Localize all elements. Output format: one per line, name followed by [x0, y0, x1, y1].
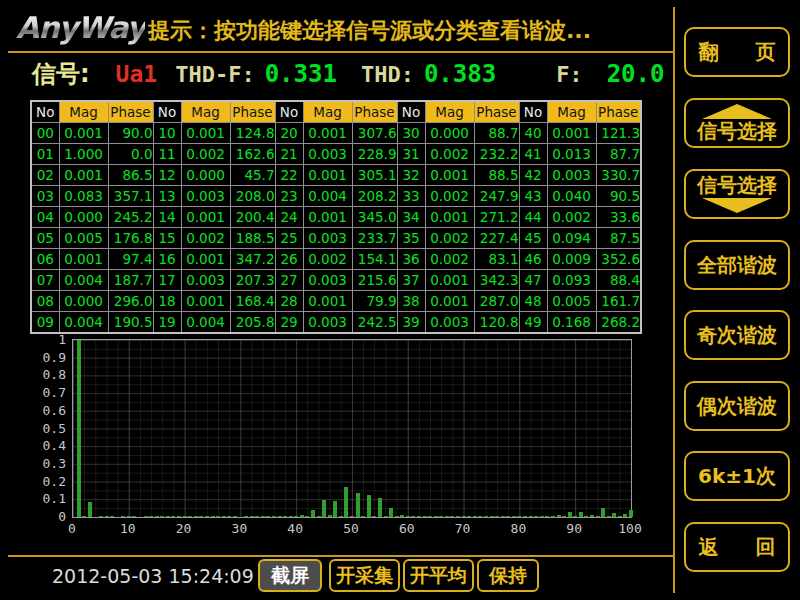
harmonic-bar	[144, 516, 148, 517]
harmonic-bar	[227, 516, 231, 517]
harmonics-plot	[72, 339, 632, 518]
sidebar-button-3[interactable]: 全部谐波	[684, 240, 790, 290]
sidebar-button-4[interactable]: 奇次谐波	[684, 310, 790, 360]
sidebar-button-0[interactable]: 翻 页	[684, 27, 790, 77]
table-row: 040.000245.2140.001200.4240.001345.0340.…	[31, 207, 641, 228]
harmonic-bar	[82, 516, 86, 517]
cell-mag: 0.013	[547, 144, 596, 165]
harmonic-bar	[188, 516, 192, 517]
harmonic-bar	[333, 501, 337, 517]
titlebar-divider	[8, 51, 674, 53]
cell-phase: 245.2	[108, 207, 153, 228]
harmonic-bar	[294, 516, 298, 517]
x-axis-tick: 10	[108, 521, 148, 536]
harmonic-bar	[596, 516, 600, 517]
cell-no: 19	[153, 312, 181, 334]
sidebar-button-6[interactable]: 6k±1次	[684, 451, 790, 501]
harmonic-bar	[160, 516, 164, 517]
sidebar-divider	[673, 7, 675, 593]
cell-phase: 97.4	[108, 249, 153, 270]
cell-mag: 0.005	[59, 228, 108, 249]
bottom-button-0[interactable]: 截屏	[258, 559, 322, 592]
harmonic-bar	[99, 516, 103, 517]
hint-text: 提示：按功能键选择信号源或分类查看谐波...	[148, 16, 591, 46]
col-header-phase: Phase	[230, 101, 275, 123]
cell-mag: 0.001	[425, 270, 474, 291]
harmonic-bar	[77, 340, 81, 517]
harmonic-bar	[439, 516, 443, 517]
harmonic-bar	[110, 516, 114, 517]
cell-no: 18	[153, 291, 181, 312]
cell-mag: 0.001	[181, 291, 230, 312]
cell-no: 17	[153, 270, 181, 291]
sidebar-button-1[interactable]: 信号选择	[684, 98, 790, 148]
cell-phase: 296.0	[108, 291, 153, 312]
sidebar-button-5[interactable]: 偶次谐波	[684, 381, 790, 431]
harmonic-bar	[456, 516, 460, 517]
cell-mag: 0.004	[181, 312, 230, 334]
y-axis-tick: 0.5	[30, 421, 66, 436]
harmonic-bar	[545, 516, 549, 517]
harmonic-bar	[233, 516, 237, 517]
cell-mag: 0.002	[425, 186, 474, 207]
bottom-button-3[interactable]: 保持	[477, 559, 539, 592]
harmonic-bar	[272, 516, 276, 517]
y-axis-tick: 0.9	[30, 350, 66, 365]
col-header-no: No	[275, 101, 303, 123]
cell-no: 11	[153, 144, 181, 165]
harmonic-bar	[495, 516, 499, 517]
cell-phase: 347.2	[230, 249, 275, 270]
cell-mag: 0.000	[425, 123, 474, 144]
harmonic-bar	[356, 493, 360, 517]
cell-mag: 0.003	[303, 312, 352, 334]
harmonic-bar	[300, 515, 304, 517]
signal-value: Ua1	[116, 61, 158, 87]
harmonic-bar	[389, 508, 393, 517]
harmonic-bar	[445, 516, 449, 517]
cell-no: 46	[519, 249, 547, 270]
y-axis-tick: 0.2	[30, 474, 66, 489]
cell-mag: 0.003	[303, 270, 352, 291]
up-triangle-icon	[702, 104, 772, 119]
sidebar-button-2[interactable]: 信号选择	[684, 169, 790, 219]
cell-no: 09	[31, 312, 59, 334]
table-row: 020.00186.5120.00045.7220.001305.1320.00…	[31, 165, 641, 186]
thdf-value: 0.331	[265, 60, 337, 88]
cell-phase: 207.3	[230, 270, 275, 291]
harmonic-bar	[177, 516, 181, 517]
cell-mag: 0.093	[547, 270, 596, 291]
cell-phase: 154.1	[352, 249, 397, 270]
table-row: 050.005176.8150.002188.5250.003233.7350.…	[31, 228, 641, 249]
harmonic-bar	[384, 516, 388, 517]
x-axis-tick: 50	[331, 521, 371, 536]
cell-mag: 0.083	[59, 186, 108, 207]
bottom-button-1[interactable]: 开采集	[329, 559, 400, 592]
harmonic-bar	[434, 516, 438, 517]
harmonic-bar	[540, 516, 544, 517]
col-header-no: No	[519, 101, 547, 123]
cell-phase: 305.1	[352, 165, 397, 186]
harmonic-bar	[378, 498, 382, 517]
harmonic-bar	[278, 516, 282, 517]
bottom-button-2[interactable]: 开平均	[403, 559, 474, 592]
table-row: 060.00197.4160.001347.2260.002154.1360.0…	[31, 249, 641, 270]
cell-phase: 205.8	[230, 312, 275, 334]
cell-no: 32	[397, 165, 425, 186]
harmonic-bar	[211, 516, 215, 517]
harmonic-bar	[367, 495, 371, 517]
sidebar-button-7[interactable]: 返 回	[684, 522, 790, 572]
cell-mag: 0.001	[303, 291, 352, 312]
harmonic-bar	[266, 516, 270, 517]
freq-value: 20.0	[607, 60, 665, 88]
x-axis-tick: 60	[387, 521, 427, 536]
cell-mag: 0.001	[303, 207, 352, 228]
harmonic-bar	[121, 516, 125, 517]
harmonic-bar	[216, 516, 220, 517]
harmonic-bar	[350, 516, 354, 517]
harmonic-bar	[623, 514, 627, 517]
cell-phase: 90.0	[108, 123, 153, 144]
sidebar-button-label: 6k±1次	[698, 466, 776, 487]
harmonic-bar	[183, 516, 187, 517]
col-header-phase: Phase	[596, 101, 641, 123]
freq-label: F:	[556, 62, 583, 87]
